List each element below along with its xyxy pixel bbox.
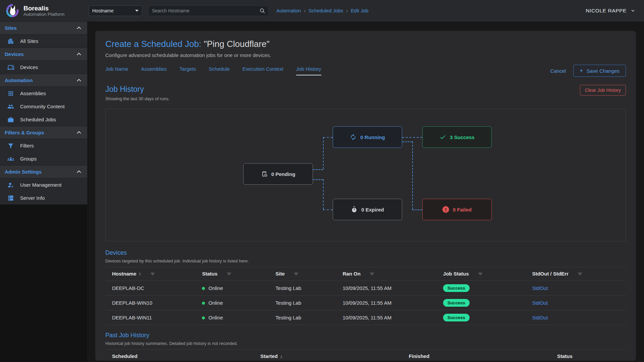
- devices-icon: [7, 64, 14, 71]
- apartment-icon: [7, 38, 14, 45]
- stdout-link[interactable]: StdOut: [532, 300, 548, 306]
- flow-node-pending: 0 Pending: [243, 163, 313, 185]
- sidebar-section-automation[interactable]: Automation: [0, 74, 87, 87]
- filter-list-icon[interactable]: [293, 272, 299, 277]
- site-cell: Testing Lab: [269, 296, 336, 310]
- sidebar-item-user-management[interactable]: User Management: [0, 178, 87, 191]
- sidebar-item-all-sites[interactable]: All Sites: [0, 35, 87, 48]
- search-icon[interactable]: [259, 8, 265, 14]
- stdout-link[interactable]: StdOut: [532, 315, 548, 320]
- sidebar-section-devices[interactable]: Devices: [0, 48, 87, 61]
- status-label: Online: [208, 300, 223, 306]
- column-header-job-status[interactable]: Job Status: [436, 267, 525, 281]
- filter-list-icon[interactable]: [478, 272, 483, 277]
- status-cell: Online: [195, 310, 269, 325]
- column-header-site[interactable]: Site: [269, 267, 336, 281]
- sidebar-item-label: All Sites: [20, 38, 38, 44]
- column-header-status[interactable]: Status: [195, 267, 269, 281]
- brand-text: Borealis Automation Platform: [23, 5, 64, 17]
- clear-job-history-button[interactable]: Clear Job History: [580, 85, 626, 96]
- sidebar-section-sites[interactable]: Sites: [0, 21, 87, 35]
- tab-assemblies[interactable]: Assemblies: [141, 66, 167, 75]
- online-dot-icon: [202, 302, 205, 305]
- tab-execution-context[interactable]: Execution Context: [243, 66, 283, 75]
- table-row: DEEPLAB-WIN11 Online Testing Lab 10/09/2…: [105, 310, 626, 325]
- filter-list-icon[interactable]: [226, 272, 232, 277]
- flow-node-label: 0 Expired: [361, 207, 384, 213]
- column-header-stdout[interactable]: StdOut / StdErr: [525, 267, 626, 281]
- filter-list-icon[interactable]: [577, 272, 583, 277]
- job-status-cell: Success: [436, 296, 525, 310]
- devices-table-header-row: Hostname↑ Status Site Ran On: [105, 267, 626, 281]
- past-history-heading: Past Job History: [105, 332, 626, 339]
- breadcrumb: Automation › Scheduled Jobs › Edit Job: [276, 8, 368, 13]
- sidebar-item-label: Server Info: [20, 195, 45, 201]
- filter-list-icon[interactable]: [150, 272, 155, 277]
- groups-icon: [7, 156, 14, 162]
- chevron-up-icon: [77, 170, 81, 175]
- connector-line: [323, 179, 324, 209]
- tab-schedule[interactable]: Schedule: [209, 66, 230, 75]
- save-changes-button[interactable]: + Save Changes: [573, 65, 626, 77]
- connector-line: [323, 209, 333, 210]
- breadcrumb-automation[interactable]: Automation: [276, 8, 301, 13]
- sidebar-item-label: Filters: [20, 143, 34, 148]
- chevron-down-icon: [135, 10, 139, 12]
- tab-job-history[interactable]: Job History: [296, 66, 321, 75]
- stdout-cell: StdOut: [525, 296, 626, 310]
- hostname-select[interactable]: Hostname: [89, 5, 142, 16]
- job-history-header: Job History Showing the last 30 days of …: [105, 85, 170, 101]
- sidebar-item-label: Scheduled Jobs: [20, 117, 56, 122]
- breadcrumb-scheduled-jobs[interactable]: Scheduled Jobs: [309, 8, 343, 13]
- column-header-hostname[interactable]: Hostname↑: [105, 267, 195, 281]
- funnel-icon: [7, 142, 14, 149]
- sort-asc-icon: ↑: [139, 271, 141, 277]
- column-header-scheduled[interactable]: Scheduled: [105, 350, 254, 362]
- sidebar-item-groups[interactable]: Groups: [0, 152, 87, 165]
- breadcrumb-edit-job[interactable]: Edit Job: [351, 8, 368, 13]
- column-header-status[interactable]: Status: [550, 350, 626, 362]
- status-badge: Success: [443, 284, 470, 292]
- save-changes-label: Save Changes: [587, 68, 620, 74]
- sidebar-section-filters-groups[interactable]: Filters & Groups: [0, 126, 87, 139]
- cancel-button[interactable]: Cancel: [550, 68, 566, 74]
- sidebar-item-devices[interactable]: Devices: [0, 61, 87, 74]
- search-input[interactable]: [152, 8, 259, 13]
- search-box[interactable]: [148, 5, 269, 16]
- column-label: Site: [275, 271, 285, 277]
- connector-line: [313, 169, 323, 170]
- briefcase-icon: [7, 116, 14, 123]
- job-history-header-row: Job History Showing the last 30 days of …: [105, 85, 626, 101]
- job-status-cell: Success: [436, 310, 525, 325]
- sidebar-nav: Sites All Sites Devices Devices Automati…: [0, 21, 87, 204]
- plus-icon: +: [580, 68, 583, 74]
- hostname-cell: DEEPLAB-WIN10: [105, 296, 195, 310]
- sidebar-item-server-info[interactable]: Server Info: [0, 191, 87, 204]
- devices-table: Hostname↑ Status Site Ran On: [105, 267, 626, 325]
- sidebar-item-filters[interactable]: Filters: [0, 139, 87, 152]
- tab-job-name[interactable]: Job Name: [105, 66, 128, 75]
- sidebar-section-admin-settings[interactable]: Admin Settings: [0, 165, 87, 178]
- page-title-link: Create a Scheduled Job:: [105, 39, 201, 49]
- column-header-started[interactable]: Started↓: [254, 350, 402, 362]
- tab-actions: Cancel + Save Changes: [550, 65, 626, 77]
- tab-targets[interactable]: Targets: [179, 66, 196, 75]
- user-menu[interactable]: NICOLE RAPPE: [586, 8, 635, 14]
- pending-clipboard-icon: [261, 171, 268, 177]
- page-title: Create a Scheduled Job: "Ping Cloudflare…: [105, 39, 626, 49]
- sidebar-item-label: Community Content: [20, 104, 65, 109]
- sidebar-section-label: Sites: [5, 25, 17, 31]
- online-dot-icon: [202, 316, 205, 319]
- rabbit-gear-logo-icon: [5, 3, 19, 18]
- column-header-finished[interactable]: Finished: [402, 350, 550, 362]
- flow-node-label: 0 Pending: [271, 171, 296, 177]
- sidebar-item-community-content[interactable]: Community Content: [0, 100, 87, 113]
- stdout-link[interactable]: StdOut: [532, 285, 548, 291]
- sidebar-item-scheduled-jobs[interactable]: Scheduled Jobs: [0, 113, 87, 126]
- filter-list-icon[interactable]: [369, 272, 375, 277]
- sidebar-item-assemblies[interactable]: Assemblies: [0, 87, 87, 100]
- brand-name: Borealis: [23, 5, 64, 12]
- column-header-ran-on[interactable]: Ran On: [336, 267, 437, 281]
- server-icon: [7, 195, 14, 201]
- status-badge: Success: [443, 299, 470, 307]
